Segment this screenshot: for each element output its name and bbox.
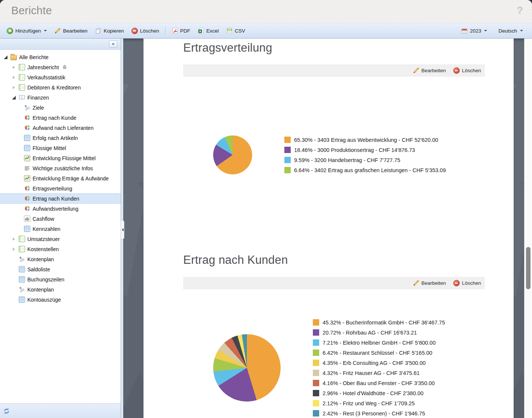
- sidebar-item-kostenstellen[interactable]: Kostenstellen: [0, 244, 121, 254]
- legend-item: 6.64% - 3402 Ertrag aus grafischen Leist…: [284, 165, 446, 175]
- report-delete-button[interactable]: Löschen: [453, 67, 481, 74]
- sidebar-item-entwicklung-fl-ssige-mittel[interactable]: Entwicklung Flüssige Mittel: [0, 153, 121, 163]
- sidebar-item-kennzahlen[interactable]: Kennzahlen: [0, 224, 121, 234]
- sidebar-item-label: Verkaufsstatistik: [27, 74, 65, 80]
- sidebar-item-label: Debitoren & Kreditoren: [27, 85, 81, 91]
- toolbar: HinzufügenBearbeitenKopierenLöschenPDFEx…: [0, 23, 532, 39]
- report-title-ertragsverteilung: Ertragsverteilung: [183, 41, 272, 55]
- sidebar-item-wichtige-zus-tzliche-infos[interactable]: Wichtige zusätzliche Infos: [0, 163, 121, 173]
- sidebar-item-ertrag-nach-kunden[interactable]: Ertrag nach Kunden: [0, 193, 121, 204]
- vertical-scrollbar[interactable]: [524, 39, 532, 418]
- legend-swatch: [313, 380, 319, 386]
- legend-swatch: [313, 360, 319, 366]
- tree-expander-closed-icon[interactable]: [11, 86, 16, 89]
- legend-label: 4.35% - Erb Consulting AG - CHF 3'500.00: [323, 360, 426, 366]
- legend-swatch: [284, 157, 291, 163]
- legend-item: 45.32% - Bucherinformatik GmbH - CHF 36'…: [313, 317, 445, 327]
- excel-button[interactable]: Excel: [194, 26, 223, 36]
- delete-button[interactable]: Löschen: [128, 26, 163, 36]
- sidebar-item-aufwand-nach-lieferanten[interactable]: Aufwand nach Lieferanten: [0, 123, 121, 133]
- sidebar-item-label: Saldoliste: [27, 266, 50, 272]
- sidebar-item-umsatzsteuer[interactable]: Umsatzsteuer: [0, 234, 121, 244]
- tree-expander-closed-icon[interactable]: [11, 66, 16, 69]
- sidebar-item-jahresbericht[interactable]: Jahresbericht: [0, 62, 121, 72]
- refresh-icon[interactable]: [3, 408, 10, 415]
- legend-swatch: [313, 339, 319, 346]
- add-button[interactable]: Hinzufügen: [3, 26, 51, 36]
- sidebar-item-aufwandsverteilung[interactable]: Aufwandsverteilung: [0, 204, 121, 214]
- content-backdrop-left: [123, 39, 143, 418]
- legend-item: 65.30% - 3403 Ertrag aus Webentwicklung …: [284, 135, 446, 145]
- chevron-down-icon: [520, 30, 523, 31]
- table-icon: [19, 276, 25, 283]
- language-selector[interactable]: Deutsch: [495, 27, 527, 35]
- sidebar-item-ertragsverteilung[interactable]: Ertragsverteilung: [0, 183, 121, 193]
- report-delete-button[interactable]: Löschen: [453, 280, 481, 286]
- edit-pencil-icon: [54, 28, 61, 34]
- sidebar-item-finanzen[interactable]: Finanzen: [0, 92, 121, 103]
- copy-button[interactable]: Kopieren: [91, 26, 128, 36]
- tree-expander-open-icon[interactable]: [11, 96, 16, 100]
- notebook-icon: [19, 74, 25, 80]
- legend-item: 4.16% - Ober Bau und Fenster - CHF 3'350…: [313, 378, 445, 388]
- chevron-down-icon: [44, 30, 47, 31]
- tree-expander-open-icon[interactable]: [3, 55, 8, 59]
- svg-text:CSV: CSV: [227, 29, 231, 31]
- sidebar-item-debitoren-kreditoren[interactable]: Debitoren & Kreditoren: [0, 82, 121, 92]
- scrollbar-thumb[interactable]: [526, 247, 531, 289]
- sidebar-collapse-button[interactable]: «: [109, 40, 117, 48]
- report-edit-button[interactable]: Bearbeiten: [413, 67, 446, 74]
- legend-swatch: [284, 167, 291, 173]
- sidebar-item-ziele[interactable]: Ziele: [0, 103, 121, 113]
- sidebar-item-verkaufsstatistik[interactable]: Verkaufsstatistik: [0, 72, 121, 82]
- sidebar-item-buchungszeilen[interactable]: Buchungszeilen: [0, 274, 121, 284]
- report-edit-button[interactable]: Bearbeiten: [413, 280, 446, 286]
- pie-chart-ertragsverteilung: [213, 135, 252, 174]
- sidebar-item-saldoliste[interactable]: Saldoliste: [0, 264, 121, 274]
- edit-button[interactable]: Bearbeiten: [51, 26, 91, 36]
- button-label: Bearbeiten: [421, 68, 446, 73]
- sidebar-item-alle-berichte[interactable]: Alle Berichte: [0, 52, 121, 62]
- sidebar-item-kontenplan-23[interactable]: Kontenplan: [0, 284, 121, 295]
- legend-label: 4.16% - Ober Bau und Fenster - CHF 3'350…: [323, 380, 435, 386]
- sidebar-item-erfolg-nach-artikeln[interactable]: Erfolg nach Artikeln: [0, 133, 121, 143]
- sidebar-item-kontoausz-ge[interactable]: Kontoauszüge: [0, 295, 121, 305]
- sidebar-item-cashflow[interactable]: Cashflow: [0, 214, 121, 224]
- legend-label: 2.42% - Rest (3 Personen) - CHF 1'946.75: [323, 411, 425, 417]
- sidebar-item-label: Ertrag nach Kunden: [33, 196, 79, 202]
- sidebar-item-label: Finanzen: [27, 95, 49, 101]
- sidebar-item-kontenplan-20[interactable]: Kontenplan: [0, 254, 121, 264]
- sidebar-item-fl-ssige-mittel[interactable]: Flüssige Mittel: [0, 143, 121, 153]
- sidebar-splitter-handle[interactable]: [121, 220, 124, 239]
- toolbar-separator: [165, 26, 166, 35]
- delete-icon: [453, 67, 460, 74]
- lock-icon: [63, 64, 67, 70]
- tree-expander-closed-icon[interactable]: [11, 76, 16, 79]
- pie-chart-icon: [24, 205, 30, 212]
- pie-chart-icon: [24, 125, 30, 131]
- tree-expander-closed-icon[interactable]: [11, 238, 16, 241]
- folder-icon: [10, 55, 17, 60]
- content-backdrop-right: [514, 39, 524, 418]
- legend-item: 4.35% - Erb Consulting AG - CHF 3'500.00: [313, 358, 445, 368]
- chevron-down-icon: [484, 30, 487, 31]
- sidebar-item-label: Aufwand nach Lieferanten: [33, 125, 94, 131]
- csv-button[interactable]: CSVCSV: [223, 26, 249, 36]
- help-icon[interactable]: ?: [517, 4, 523, 16]
- legend-item: 9.59% - 3200 Handelsertrag - CHF 7'727.7…: [284, 155, 446, 165]
- legend-label: 9.59% - 3200 Handelsertrag - CHF 7'727.7…: [294, 157, 400, 163]
- tree-expander-closed-icon[interactable]: [11, 248, 16, 251]
- legend-item: 2.42% - Rest (3 Personen) - CHF 1'946.75: [313, 408, 445, 418]
- legend-item: 20.72% - Rohrbau AG - CHF 16'673.21: [313, 327, 445, 338]
- year-selector[interactable]: 2023: [457, 26, 491, 36]
- report-actionbar: BearbeitenLöschen: [183, 64, 485, 77]
- notebook-icon: [19, 64, 25, 70]
- sidebar-item-entwicklung-ertr-ge-aufw-nde[interactable]: Entwicklung Erträge & Aufwände: [0, 173, 121, 183]
- pdf-button[interactable]: PDF: [168, 26, 194, 36]
- sidebar-item-label: Alle Berichte: [19, 54, 49, 60]
- sidebar-item-label: Erfolg nach Artikeln: [33, 135, 78, 141]
- legend-item: 4.32% - Fritz Hauser AG - CHF 3'475.61: [313, 368, 445, 378]
- sidebar-item-label: Wichtige zusätzliche Infos: [33, 165, 93, 171]
- delete-icon: [132, 28, 138, 34]
- sidebar-item-ertrag-nach-kunde[interactable]: Ertrag nach Kunde: [0, 113, 121, 123]
